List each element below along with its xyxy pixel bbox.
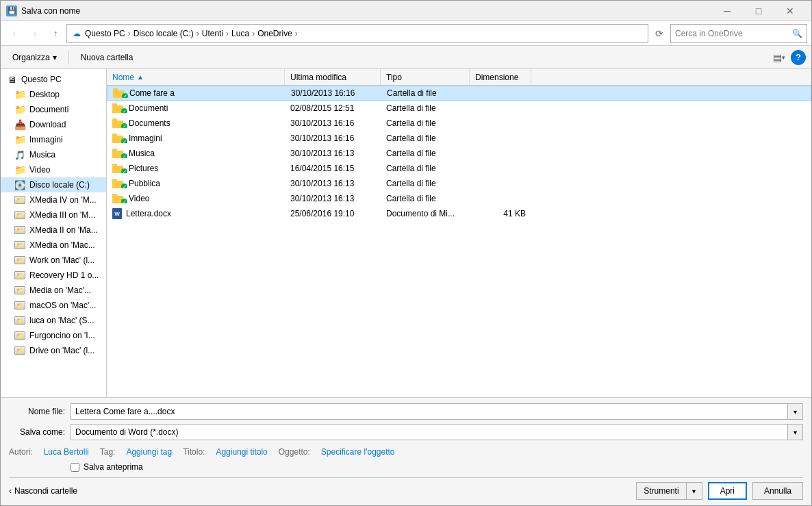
file-type-video: Cartella di file bbox=[381, 194, 470, 203]
refresh-button[interactable]: ⟳ bbox=[650, 24, 669, 43]
sidebar-item-download[interactable]: 📥 Download bbox=[1, 117, 106, 132]
sidebar-item-xmedia-iii[interactable]: 📁 XMedia III on 'M... bbox=[1, 207, 106, 223]
oggetto-value[interactable]: Specificare l'oggetto bbox=[321, 447, 395, 457]
sidebar-item-video[interactable]: 📁 Video bbox=[1, 162, 106, 177]
titolo-value[interactable]: Aggiungi titolo bbox=[216, 447, 267, 457]
salva-anteprima-label[interactable]: Salva anteprima bbox=[84, 462, 143, 472]
table-row[interactable]: ✓ Immagini 30/10/2013 16:16 Cartella di … bbox=[107, 131, 811, 146]
strumenti-label: Strumenti bbox=[637, 483, 686, 499]
table-row[interactable]: ✓ Come fare a 30/10/2013 16:16 Cartella … bbox=[107, 86, 811, 101]
sidebar-item-luca[interactable]: 📁 luca on 'Mac' (S... bbox=[1, 313, 106, 328]
file-name-lettera: Lettera.docx bbox=[126, 209, 171, 218]
col-header-size[interactable]: Dimensione bbox=[470, 69, 531, 85]
sidebar-label-media: Media on 'Mac'... bbox=[29, 286, 91, 295]
file-date-immagini: 30/10/2013 16:16 bbox=[285, 134, 381, 143]
maximize-button[interactable]: □ bbox=[743, 1, 774, 21]
action-row: ‹ Nascondi cartelle Strumenti ▾ Apri Ann… bbox=[9, 477, 803, 500]
file-icon-documenti: ✓ Documenti bbox=[107, 103, 285, 113]
file-type-pubblica: Cartella di file bbox=[381, 179, 470, 188]
search-input[interactable] bbox=[675, 29, 792, 38]
salva-anteprima-checkbox[interactable] bbox=[71, 463, 79, 472]
immagini-folder-icon: 📁 bbox=[14, 134, 25, 145]
sidebar-item-desktop[interactable]: 📁 Desktop bbox=[1, 87, 106, 102]
nascondi-cartelle-button[interactable]: ‹ Nascondi cartelle bbox=[9, 486, 77, 496]
strumenti-button[interactable]: Strumenti ▾ bbox=[636, 482, 702, 500]
nome-file-input[interactable] bbox=[71, 407, 787, 416]
search-box[interactable]: 🔍 bbox=[670, 24, 807, 43]
table-row[interactable]: W Lettera.docx 25/06/2016 19:10 Document… bbox=[107, 206, 811, 221]
col-header-date[interactable]: Ultima modifica bbox=[285, 69, 381, 85]
table-row[interactable]: ✓ Pictures 16/04/2015 16:15 Cartella di … bbox=[107, 161, 811, 176]
action-buttons: Strumenti ▾ Apri Annulla bbox=[636, 482, 803, 500]
nome-file-input-container[interactable]: ▾ bbox=[71, 403, 803, 420]
sync-badge: ✓ bbox=[121, 123, 127, 128]
folder-sync-icon: ✓ bbox=[112, 134, 125, 143]
sidebar-item-media[interactable]: 📁 Media on 'Mac'... bbox=[1, 283, 106, 298]
sidebar-item-disco-locale[interactable]: 💽 Disco locale (C:) bbox=[1, 177, 106, 192]
folder-sync-icon: ✓ bbox=[112, 103, 125, 113]
download-folder-icon: 📥 bbox=[14, 119, 25, 130]
file-date-documents: 30/10/2013 16:16 bbox=[285, 118, 381, 128]
nome-file-dropdown[interactable]: ▾ bbox=[787, 404, 802, 419]
sidebar-item-work[interactable]: 📁 Work on 'Mac' (l... bbox=[1, 253, 106, 268]
tag-value[interactable]: Aggiungi tag bbox=[126, 447, 172, 457]
apri-button[interactable]: Apri bbox=[708, 482, 747, 500]
help-button[interactable]: ? bbox=[791, 50, 806, 65]
sidebar-label-video: Video bbox=[29, 165, 50, 175]
table-row[interactable]: ✓ Documents 30/10/2013 16:16 Cartella di… bbox=[107, 116, 811, 131]
salva-come-input[interactable] bbox=[71, 427, 787, 437]
sidebar-item-xmedia[interactable]: 📁 XMedia on 'Mac... bbox=[1, 238, 106, 253]
back-button[interactable]: ‹ bbox=[5, 24, 24, 43]
musica-folder-icon: 🎵 bbox=[14, 149, 25, 160]
col-header-name[interactable]: Nome ▲ bbox=[107, 69, 285, 85]
autori-label: Autori: bbox=[9, 447, 33, 457]
sidebar-item-recovery-hd[interactable]: 📁 Recovery HD 1 o... bbox=[1, 268, 106, 283]
nuova-cartella-button[interactable]: Nuova cartella bbox=[75, 49, 140, 66]
forward-button[interactable]: › bbox=[25, 24, 45, 43]
file-icon-come-fare: ✓ Come fare a bbox=[107, 88, 286, 98]
sidebar-label-documenti: Documenti bbox=[29, 105, 68, 114]
sidebar-item-xmedia-iv[interactable]: 📁 XMedia IV on 'M... bbox=[1, 192, 106, 207]
autori-value[interactable]: Luca Bertolli bbox=[44, 447, 89, 457]
close-button[interactable]: ✕ bbox=[774, 1, 806, 21]
up-button[interactable]: ↑ bbox=[46, 24, 65, 43]
annulla-button[interactable]: Annulla bbox=[752, 482, 803, 500]
address-path[interactable]: ☁ Questo PC › Disco locale (C:) › Utenti… bbox=[66, 24, 648, 43]
desktop-folder-icon: 📁 bbox=[14, 89, 25, 100]
salva-come-dropdown[interactable]: ▾ bbox=[787, 425, 802, 440]
sidebar-item-questo-pc[interactable]: 🖥 Questo PC bbox=[1, 72, 106, 87]
table-row[interactable]: ✓ Video 30/10/2013 16:13 Cartella di fil… bbox=[107, 191, 811, 206]
sidebar-item-documenti[interactable]: 📁 Documenti bbox=[1, 102, 106, 117]
folder-sync-icon: ✓ bbox=[112, 149, 125, 158]
file-type-lettera: Documento di Mi... bbox=[381, 209, 470, 218]
sidebar-item-immagini[interactable]: 📁 Immagini bbox=[1, 132, 106, 147]
organizza-button[interactable]: Organizza ▾ bbox=[6, 49, 63, 66]
title-bar: 💾 Salva con nome ─ □ ✕ bbox=[1, 1, 811, 21]
file-date-pictures: 16/04/2015 16:15 bbox=[285, 164, 381, 173]
minimize-button[interactable]: ─ bbox=[711, 1, 743, 21]
titolo-label: Titolo: bbox=[183, 447, 205, 457]
sidebar-label-xmedia: XMedia on 'Mac... bbox=[29, 240, 95, 250]
file-type-immagini: Cartella di file bbox=[381, 134, 470, 143]
view-button[interactable]: ▤ ▾ bbox=[770, 49, 788, 66]
sidebar-item-drive-mac[interactable]: 📁 Drive on 'Mac' (l... bbox=[1, 343, 106, 358]
file-size-lettera: 41 KB bbox=[470, 209, 531, 218]
file-icon-documents: ✓ Documents bbox=[107, 118, 285, 128]
sidebar-item-macos[interactable]: 📁 macOS on 'Mac'... bbox=[1, 298, 106, 313]
col-header-type[interactable]: Tipo bbox=[381, 69, 470, 85]
file-date-pubblica: 30/10/2013 16:13 bbox=[285, 179, 381, 188]
sidebar-item-xmedia-ii[interactable]: 📁 XMedia II on 'Ma... bbox=[1, 223, 106, 238]
sidebar-item-furgoncino[interactable]: 📁 Furgoncino on 'I... bbox=[1, 328, 106, 343]
table-row[interactable]: ✓ Musica 30/10/2013 16:13 Cartella di fi… bbox=[107, 146, 811, 161]
media-icon: 📁 bbox=[14, 285, 25, 296]
folder-sync-icon: ✓ bbox=[112, 194, 125, 203]
disco-locale-icon: 💽 bbox=[14, 179, 25, 190]
title-bar-buttons: ─ □ ✕ bbox=[711, 1, 806, 21]
title-bar-icon: 💾 bbox=[6, 5, 17, 16]
sidebar-item-musica[interactable]: 🎵 Musica bbox=[1, 147, 106, 162]
drive-mac-icon: 📁 bbox=[14, 345, 25, 356]
salva-come-input-container[interactable]: ▾ bbox=[71, 424, 803, 440]
col-type-label: Tipo bbox=[386, 73, 402, 82]
table-row[interactable]: ✓ Pubblica 30/10/2013 16:13 Cartella di … bbox=[107, 176, 811, 191]
table-row[interactable]: ✓ Documenti 02/08/2015 12:51 Cartella di… bbox=[107, 101, 811, 116]
